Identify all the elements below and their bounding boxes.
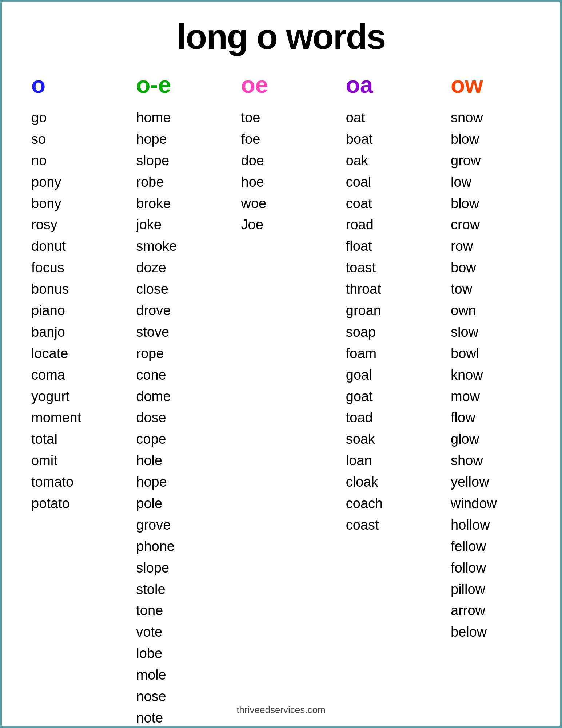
column-header-oe-col: o-e (136, 71, 171, 98)
word-item: moment (31, 407, 81, 428)
word-item: broke (136, 193, 171, 214)
word-item: bowl (451, 343, 479, 364)
word-item: coach (346, 493, 383, 514)
column-ow-col: owsnowblowgrowlowblowcrowrowbowtowownslo… (451, 71, 531, 728)
word-item: road (346, 214, 374, 236)
word-item: goat (346, 386, 373, 407)
footer-text: thriveedservices.com (2, 704, 560, 716)
word-item: bonus (31, 278, 69, 300)
word-item: stole (136, 579, 165, 600)
word-item: cone (136, 364, 166, 386)
word-item: pole (136, 493, 162, 514)
word-item: tone (136, 600, 163, 621)
word-item: cope (136, 428, 166, 450)
word-item: low (451, 171, 471, 193)
word-item: groan (346, 300, 381, 321)
word-item: lobe (136, 643, 162, 664)
word-item: donut (31, 236, 66, 257)
word-item: loan (346, 450, 372, 471)
word-item: blow (451, 193, 479, 214)
word-item: go (31, 107, 47, 128)
word-item: slope (136, 557, 169, 579)
word-item: glow (451, 428, 479, 450)
word-item: banjo (31, 321, 65, 343)
word-item: slow (451, 321, 478, 343)
word-item: toast (346, 257, 376, 278)
word-item: omit (31, 450, 57, 471)
word-item: mole (136, 664, 166, 686)
word-item: soap (346, 321, 376, 343)
column-header-ow-col: ow (451, 71, 483, 98)
word-item: yellow (451, 471, 489, 493)
word-item: smoke (136, 236, 177, 257)
word-item: vote (136, 621, 162, 643)
columns-container: ogosonoponybonyrosydonutfocusbonuspianob… (24, 71, 538, 728)
word-item: focus (31, 257, 64, 278)
word-item: robe (136, 171, 164, 193)
word-item: goal (346, 364, 372, 386)
word-item: dome (136, 386, 171, 407)
column-header-oe2-col: oe (241, 71, 268, 98)
word-item: pillow (451, 579, 485, 600)
word-item: window (451, 493, 497, 514)
word-item: below (451, 621, 487, 643)
word-item: no (31, 150, 47, 171)
word-item: hope (136, 128, 167, 150)
column-oe2-col: oetoefoedoehoewoeJoe (241, 71, 321, 728)
column-oa-col: oaoatboatoakcoalcoatroadfloattoastthroat… (346, 71, 426, 728)
page: long o words ogosonoponybonyrosydonutfoc… (0, 0, 562, 728)
word-item: oat (346, 107, 365, 128)
word-item: show (451, 450, 483, 471)
word-item: joke (136, 214, 162, 236)
word-item: tow (451, 278, 472, 300)
word-item: locate (31, 343, 68, 364)
word-item: flow (451, 407, 475, 428)
word-item: hope (136, 471, 167, 493)
word-item: blow (451, 128, 479, 150)
word-item: fellow (451, 536, 486, 557)
word-item: close (136, 278, 168, 300)
word-item: coma (31, 364, 65, 386)
word-item: boat (346, 128, 373, 150)
word-item: own (451, 300, 476, 321)
column-header-o-col: o (31, 71, 45, 98)
word-item: stove (136, 321, 169, 343)
word-item: follow (451, 557, 486, 579)
word-item: grove (136, 514, 171, 536)
word-item: throat (346, 278, 381, 300)
word-item: tomato (31, 471, 73, 493)
word-item: snow (451, 107, 483, 128)
word-item: crow (451, 214, 480, 236)
word-item: cloak (346, 471, 378, 493)
word-item: float (346, 236, 372, 257)
word-item: phone (136, 536, 175, 557)
word-item: hollow (451, 514, 490, 536)
word-item: hole (136, 450, 162, 471)
word-item: woe (241, 193, 267, 214)
word-item: doze (136, 257, 166, 278)
word-item: rope (136, 343, 164, 364)
word-item: piano (31, 300, 65, 321)
word-item: oak (346, 150, 368, 171)
word-item: toad (346, 407, 373, 428)
word-item: slope (136, 150, 169, 171)
word-item: soak (346, 428, 375, 450)
word-item: grow (451, 150, 481, 171)
column-oe-col: o-ehomehopesloperobebrokejokesmokedozecl… (136, 71, 216, 728)
word-item: toe (241, 107, 260, 128)
word-item: dose (136, 407, 166, 428)
word-item: drove (136, 300, 171, 321)
word-item: coast (346, 514, 379, 536)
word-item: rosy (31, 214, 57, 236)
word-item: pony (31, 171, 61, 193)
word-item: doe (241, 150, 264, 171)
word-item: bony (31, 193, 61, 214)
word-item: Joe (241, 214, 263, 236)
column-o-col: ogosonoponybonyrosydonutfocusbonuspianob… (31, 71, 111, 728)
word-item: bow (451, 257, 476, 278)
word-item: coat (346, 193, 372, 214)
word-item: mow (451, 386, 480, 407)
word-item: hoe (241, 171, 264, 193)
column-header-oa-col: oa (346, 71, 373, 98)
page-title: long o words (24, 17, 538, 57)
